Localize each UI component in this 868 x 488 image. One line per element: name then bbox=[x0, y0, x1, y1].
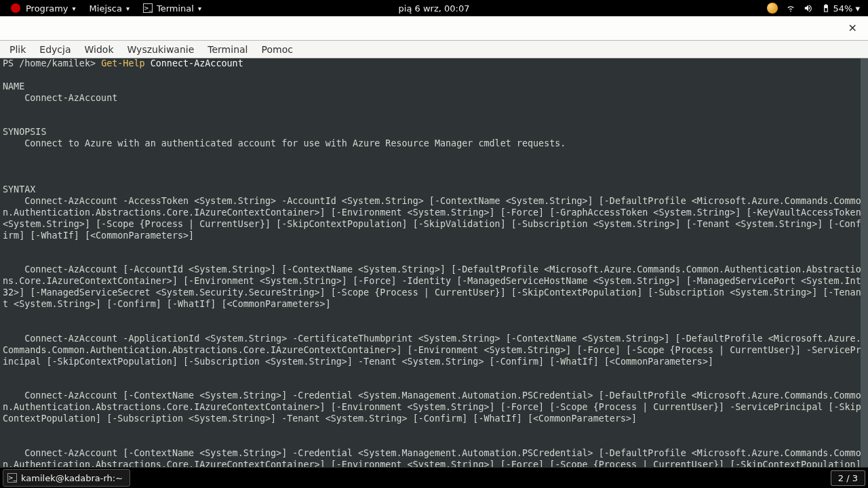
programs-label: Programy bbox=[26, 3, 68, 14]
clock[interactable]: pią 6 wrz, 00:07 bbox=[399, 3, 470, 14]
section-synopsis-header: SYNOPSIS bbox=[3, 127, 865, 138]
wifi-icon[interactable] bbox=[786, 3, 795, 13]
app-menu-label: Terminal bbox=[157, 3, 194, 14]
section-syntax-header: SYNTAX bbox=[3, 184, 865, 196]
chevron-down-icon: ▾ bbox=[855, 3, 860, 14]
chevron-down-icon: ▾ bbox=[73, 5, 76, 12]
syntax-block-2: Connect-AzAccount [-AccountId <System.St… bbox=[3, 264, 865, 310]
updates-icon[interactable] bbox=[767, 3, 778, 14]
battery-icon bbox=[821, 3, 831, 13]
section-name-value: Connect-AzAccount bbox=[3, 93, 865, 104]
places-menu[interactable]: Miejsca ▾ bbox=[83, 0, 136, 16]
programs-menu[interactable]: Programy ▾ bbox=[4, 0, 83, 16]
scrollbar[interactable] bbox=[861, 58, 868, 467]
battery-indicator[interactable]: 54% ▾ bbox=[821, 3, 860, 14]
battery-percent: 54% bbox=[833, 3, 853, 14]
section-name-header: NAME bbox=[3, 81, 865, 93]
menu-view[interactable]: Widok bbox=[78, 43, 121, 56]
places-label: Miejsca bbox=[90, 3, 122, 14]
terminal-icon: >_ bbox=[143, 3, 153, 13]
workspace-indicator[interactable]: 2 / 3 bbox=[831, 470, 865, 486]
menu-file[interactable]: Plik bbox=[3, 43, 33, 56]
redhat-icon bbox=[11, 3, 20, 13]
syntax-block-3: Connect-AzAccount -ApplicationId <System… bbox=[3, 333, 865, 368]
volume-icon[interactable] bbox=[804, 3, 813, 13]
bottom-panel: >_ kamilek@kadabra-rh:~ 2 / 3 bbox=[0, 468, 868, 488]
menu-edit[interactable]: Edycja bbox=[33, 43, 77, 56]
menu-terminal[interactable]: Terminal bbox=[201, 43, 254, 56]
command-arg: Connect-AzAccount bbox=[145, 58, 243, 68]
chevron-down-icon: ▾ bbox=[126, 5, 130, 12]
prompt: PS /home/kamilek> bbox=[3, 58, 101, 68]
taskbar-title: kamilek@kadabra-rh:~ bbox=[21, 473, 123, 483]
terminal-icon: >_ bbox=[7, 473, 17, 483]
terminal-window: ✕ Plik Edycja Widok Wyszukiwanie Termina… bbox=[0, 16, 868, 467]
command-get-help: Get-Help bbox=[101, 58, 145, 68]
syntax-block-4: Connect-AzAccount [-ContextName <System.… bbox=[3, 390, 865, 425]
titlebar[interactable]: ✕ bbox=[0, 16, 868, 41]
syntax-block-1: Connect-AzAccount -AccessToken <System.S… bbox=[3, 196, 865, 242]
menubar: Plik Edycja Widok Wyszukiwanie Terminal … bbox=[0, 41, 868, 58]
app-menu[interactable]: >_ Terminal ▾ bbox=[136, 0, 208, 16]
taskbar-terminal-button[interactable]: >_ kamilek@kadabra-rh:~ bbox=[3, 469, 130, 487]
terminal-output[interactable]: PS /home/kamilek> Get-Help Connect-AzAcc… bbox=[0, 58, 868, 467]
chevron-down-icon: ▾ bbox=[198, 5, 201, 12]
close-icon[interactable]: ✕ bbox=[844, 20, 861, 36]
syntax-block-5: Connect-AzAccount [-ContextName <System.… bbox=[3, 448, 865, 467]
menu-help[interactable]: Pomoc bbox=[255, 43, 300, 56]
section-synopsis-value: Connect to Azure with an authenticated a… bbox=[3, 138, 865, 150]
top-panel: Programy ▾ Miejsca ▾ >_ Terminal ▾ pią 6… bbox=[0, 0, 868, 16]
menu-search[interactable]: Wyszukiwanie bbox=[121, 43, 201, 56]
